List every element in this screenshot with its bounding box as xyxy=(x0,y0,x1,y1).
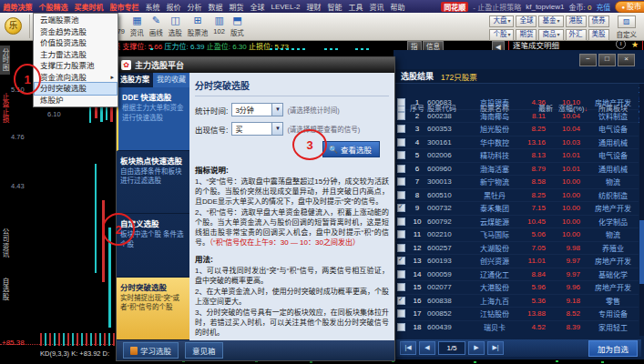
row-checkbox[interactable] xyxy=(397,230,405,238)
maximize-button[interactable]: □ xyxy=(598,54,616,66)
table-row[interactable]: 1 600683 京投银泰 4.36 10.10 房地产开发 0.437 xyxy=(394,96,639,110)
toolbar-button[interactable]: ◫ 选股 xyxy=(166,13,185,37)
coin-icon[interactable]: 乐 xyxy=(5,17,22,35)
menu-item[interactable]: 个股精选 xyxy=(36,2,71,12)
table-row[interactable]: 9 000732 泰禾集团 7.15 10.00 房地产开发 0.773 xyxy=(394,202,639,216)
table-row[interactable]: 15 002077 大港股份 5.96 9.96 房地产开发 0.813 xyxy=(394,281,639,295)
menu-item[interactable]: 全球 xyxy=(247,2,268,12)
market-button[interactable]: 股市 xyxy=(615,1,644,13)
menu-item[interactable]: 数据 xyxy=(205,2,226,12)
table-row[interactable]: 18 600439 瑞贝卡 4.52 8.39 家用轻工 0.393 xyxy=(394,321,639,332)
sidebar-tab[interactable]: 我的收藏 xyxy=(153,73,189,87)
dropdown-menu-item[interactable]: 资金流向选股 xyxy=(35,72,117,84)
toolbar-button[interactable]: ⬒ 版式 xyxy=(228,13,247,37)
dropdown-select[interactable]: 买 ▼ xyxy=(231,122,283,136)
side-tab-watchlist[interactable]: 自选股 xyxy=(0,278,10,301)
market-nav-button[interactable]: 期货 xyxy=(516,29,537,41)
market-nav-button[interactable]: 个股 xyxy=(489,29,514,41)
menu-item[interactable]: 资讯 xyxy=(366,2,387,12)
sidebar-section[interactable]: 板块热点快速选股 自由选择条件和板块进行过滤选股 xyxy=(117,151,189,215)
minimize-button[interactable]: − xyxy=(579,54,597,66)
row-checkbox[interactable] xyxy=(397,204,405,212)
menu-item[interactable]: 趋势决策 xyxy=(0,2,36,12)
market-nav-button[interactable]: 港股 xyxy=(566,15,587,27)
market-nav-button[interactable]: 美股 xyxy=(588,29,609,41)
table-row[interactable]: 2 600238 海南椰岛 8.11 10.04 饮料制造 0.247 xyxy=(394,110,639,124)
table-row[interactable]: 3 600353 旭光股份 8.25 10.04 电气设备 0.222 xyxy=(394,123,639,136)
toolbar-button[interactable]: ✎ 画线 xyxy=(147,13,166,37)
side-tab-timeline[interactable]: 分时图 xyxy=(0,46,10,75)
table-row[interactable]: 13 600193 创兴资源 11.01 9.97 房地产开发 2.043 xyxy=(394,255,639,268)
add-to-watchlist-button[interactable]: 加为自选 xyxy=(588,340,638,357)
row-checkbox[interactable] xyxy=(397,125,405,133)
side-tab-stoploss[interactable]: 止盈止损 xyxy=(0,93,10,124)
table-row[interactable]: 10 600792 云煤能源 10.45 10.00 化学制品 0.604 xyxy=(394,216,639,229)
menu-item[interactable]: 期货 xyxy=(226,2,247,12)
row-checkbox[interactable] xyxy=(397,191,405,199)
table-row[interactable]: 14 000059 辽通化工 8.84 9.97 基础化学 0.313 xyxy=(394,268,639,282)
dropdown-menu-item[interactable]: 价值投资选股 xyxy=(35,37,117,49)
table-row[interactable]: 5 002006 精功科技 8.13 10.01 电气设备 0.946 xyxy=(394,149,639,163)
dialog-titlebar[interactable]: ✿ 主力选股平台 xyxy=(117,57,394,73)
market-nav-button[interactable]: 债券 xyxy=(588,15,609,27)
sidebar-section[interactable]: DDE 快速选股 根据主力大单和资金进行快速选股 xyxy=(117,87,189,151)
table-row[interactable]: 16 600838 上海九百 5.36 9.18 零售 1.446 xyxy=(394,295,639,308)
menu-item[interactable]: 理财 xyxy=(303,2,324,12)
dropdown-menu-item[interactable]: 资金趋势选股 xyxy=(35,26,117,38)
toolbar-button[interactable]: ⊞ 股票池 xyxy=(185,13,211,37)
dropdown-menu-item[interactable]: 支撑压力股票池 xyxy=(35,60,117,72)
last-page-button[interactable]: ▶| xyxy=(487,341,504,355)
table-row[interactable]: 17 000852 江钻股份 13.88 8.52 专用设备 0.982 xyxy=(394,308,639,321)
toolbar-button[interactable]: ▦ 资讯 xyxy=(128,13,147,37)
dropdown-menu-item[interactable]: 主力雷达选股 xyxy=(35,49,117,61)
row-checkbox[interactable] xyxy=(397,151,405,159)
menu-item[interactable]: 股市专栏 xyxy=(107,2,142,12)
custom-layout-icon[interactable]: ▨ xyxy=(618,15,636,28)
close-button[interactable]: × xyxy=(618,54,635,66)
table-row[interactable]: 8 600510 黑牡丹 8.25 10.00 纺织制造 0.976 xyxy=(394,189,639,203)
row-checkbox[interactable] xyxy=(397,165,405,173)
menu-item[interactable]: 系统 xyxy=(142,2,163,12)
row-checkbox[interactable] xyxy=(397,309,405,318)
row-checkbox[interactable] xyxy=(397,270,405,278)
row-checkbox[interactable] xyxy=(397,217,405,226)
table-row[interactable]: 12 600257 大湖股份 7.05 9.98 养殖业 1.783 xyxy=(394,242,639,256)
learn-button[interactable]: 学习选股 xyxy=(123,342,179,359)
market-nav-button[interactable]: 全球 xyxy=(516,15,537,27)
table-row[interactable]: 6 600960 渤海活塞 8.79 10.01 通用机械 0.444 xyxy=(394,163,639,177)
prev-page-button[interactable]: ◀ xyxy=(419,341,435,355)
view-results-button[interactable]: 🔍 查看选股 xyxy=(322,141,380,157)
dropdown-menu-item[interactable]: 炼股炉 xyxy=(35,95,117,106)
feedback-button[interactable]: 意见箱 xyxy=(185,342,223,359)
menu-item[interactable]: 工具 xyxy=(345,2,366,12)
table-row[interactable]: 7 300013 新宁物流 8.58 10.00 物流 3.808 xyxy=(394,176,639,189)
toolbar-button[interactable]: ▥ 102 xyxy=(210,13,228,37)
side-tab-company-news[interactable]: 公司资讯 xyxy=(0,228,10,258)
chevron-down-icon[interactable]: ▼ xyxy=(271,104,282,116)
recharge-link[interactable]: 充值 xyxy=(596,2,610,12)
first-page-button[interactable]: |◀ xyxy=(400,341,416,355)
market-nav-button[interactable]: 大盘 xyxy=(489,15,514,27)
menu-item[interactable]: LEVEL-2 xyxy=(268,3,303,11)
scrollbar[interactable] xyxy=(639,84,644,336)
market-nav-button[interactable]: 外汇 xyxy=(566,29,587,41)
menu-item[interactable]: 分析 xyxy=(184,2,205,12)
row-checkbox[interactable] xyxy=(397,112,405,120)
chevron-down-icon[interactable]: ▼ xyxy=(271,123,282,135)
row-checkbox[interactable] xyxy=(397,138,405,147)
star-icon[interactable]: ★ xyxy=(631,40,639,49)
row-checkbox[interactable] xyxy=(397,257,405,265)
sidebar-section[interactable]: 分时突破选股 实时捕捉出现“突”或者“积”信号的个股 xyxy=(117,278,189,341)
row-checkbox[interactable] xyxy=(397,323,405,331)
table-row[interactable]: 11 002210 飞马国际 5.06 10.00 物流 0.218 xyxy=(394,228,639,242)
row-checkbox[interactable] xyxy=(397,283,405,291)
row-checkbox[interactable] xyxy=(397,98,405,106)
market-nav-button[interactable]: 商品 xyxy=(538,29,563,41)
next-page-button[interactable]: ▶ xyxy=(468,341,485,355)
dropdown-menu-item[interactable]: 云端股票池 xyxy=(35,15,117,26)
row-checkbox[interactable] xyxy=(397,244,405,252)
row-checkbox[interactable] xyxy=(397,177,405,186)
market-nav-button[interactable]: 基金 xyxy=(538,15,563,27)
menu-item[interactable]: 买卖时机 xyxy=(71,2,107,12)
menu-item[interactable]: 智能 xyxy=(324,2,345,12)
